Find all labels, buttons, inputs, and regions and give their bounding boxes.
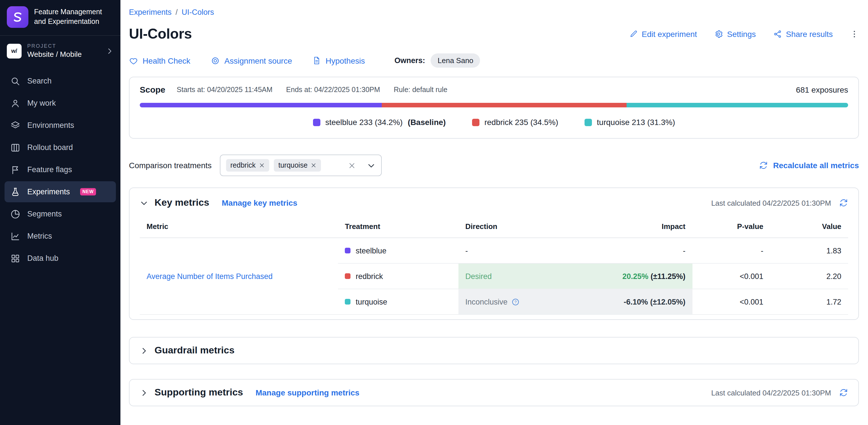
main-content: Experiments / UI-Colors UI-Colors Edit e… <box>120 0 868 425</box>
share-results-button[interactable]: Share results <box>773 29 833 38</box>
collapse-chevron-down-icon[interactable] <box>140 199 148 207</box>
sidebar-item-my-work[interactable]: My work <box>4 93 116 114</box>
last-calculated-text: Last calculated 04/22/2025 01:30PM <box>711 388 831 397</box>
sidebar: Feature Management and Experimentation w… <box>0 0 120 425</box>
col-treatment: Treatment <box>338 218 458 238</box>
breadcrumb: Experiments / UI-Colors <box>129 8 859 17</box>
manage-supporting-metrics-link[interactable]: Manage supporting metrics <box>256 388 360 397</box>
refresh-icon <box>839 388 848 397</box>
scope-starts: Starts at: 04/20/2025 11:45AM <box>177 86 272 93</box>
breadcrumb-current-link[interactable]: UI-Colors <box>182 8 214 17</box>
treatment-color-dot <box>345 248 350 253</box>
bar-segment-turquoise <box>626 103 848 108</box>
manage-key-metrics-link[interactable]: Manage key metrics <box>222 198 298 207</box>
chip-redbrick: redbrick <box>226 159 269 172</box>
assignment-source-link[interactable]: Assignment source <box>211 56 292 65</box>
sidebar-item-label: My work <box>27 99 56 108</box>
kanban-board-icon <box>10 142 21 153</box>
sidebar-item-metrics[interactable]: Metrics <box>4 225 116 247</box>
value-cell: 2.20 <box>770 263 848 289</box>
impact-cell: -6.10% (±12.05%) <box>600 289 692 314</box>
chevron-down-icon[interactable] <box>367 161 375 170</box>
share-icon <box>773 29 782 38</box>
baseline-label: (Baseline) <box>408 118 446 127</box>
sidebar-item-label: Data hub <box>27 254 59 263</box>
remove-chip-icon[interactable] <box>311 162 317 168</box>
app-window: Feature Management and Experimentation w… <box>0 0 868 425</box>
p-value-cell: - <box>692 238 770 263</box>
sidebar-item-segments[interactable]: Segments <box>4 204 116 224</box>
project-switcher[interactable]: w/ PROJECT Website / Mobile <box>0 36 120 66</box>
col-p-value: P-value <box>692 218 770 238</box>
treatment-color-dot <box>345 299 350 305</box>
sidebar-item-label: Environments <box>27 121 74 129</box>
impact-cell: - <box>600 238 692 263</box>
guardrail-metrics-card: Guardrail metrics <box>129 337 859 364</box>
segments-icon <box>10 209 21 219</box>
value-cell: 1.83 <box>770 238 848 263</box>
sidebar-item-label: Experiments <box>27 187 70 196</box>
key-metrics-card: Key metrics Manage key metrics Last calc… <box>129 187 859 320</box>
settings-button[interactable]: Settings <box>714 29 756 38</box>
table-header-row: Metric Treatment Direction Impact P-valu… <box>140 218 848 238</box>
sidebar-item-label: Rollout board <box>27 143 73 152</box>
scope-meta: Starts at: 04/20/2025 11:45AM Ends at: 0… <box>177 86 447 93</box>
layers-icon <box>10 120 21 130</box>
grid-icon <box>10 253 21 263</box>
sidebar-item-label: Search <box>27 77 52 85</box>
chevron-right-icon <box>106 47 114 55</box>
more-actions-button[interactable] <box>850 29 859 38</box>
remove-chip-icon[interactable] <box>259 162 265 168</box>
health-check-link[interactable]: Health Check <box>129 56 190 65</box>
edit-experiment-button[interactable]: Edit experiment <box>629 29 697 38</box>
refresh-icon <box>759 161 768 170</box>
recalculate-all-metrics-button[interactable]: Recalculate all metrics <box>759 161 859 170</box>
treatment-cell: steelblue <box>338 238 458 263</box>
clear-selection-icon[interactable] <box>348 162 355 169</box>
svg-text:?: ? <box>515 300 517 304</box>
sidebar-item-search[interactable]: Search <box>4 70 116 91</box>
metric-name-link[interactable]: Average Number of Items Purchased <box>147 272 273 280</box>
sidebar-item-label: Metrics <box>27 232 52 240</box>
hypothesis-link[interactable]: Hypothesis <box>312 56 365 65</box>
direction-cell: - <box>458 238 600 263</box>
search-icon <box>10 76 21 86</box>
table-row: Average Number of Items Purchased steelb… <box>140 238 848 263</box>
value-cell: 1.72 <box>770 289 848 314</box>
chip-turquoise: turquoise <box>274 159 321 172</box>
direction-cell: Desired <box>458 263 600 289</box>
refresh-supporting-metrics-button[interactable] <box>839 388 848 397</box>
sidebar-item-data-hub[interactable]: Data hub <box>4 248 116 269</box>
legend-item-steelblue: steelblue 233 (34.2%) (Baseline) <box>313 118 446 127</box>
refresh-key-metrics-button[interactable] <box>839 198 848 207</box>
target-icon <box>211 56 220 65</box>
col-metric: Metric <box>140 218 338 238</box>
legend-swatch <box>313 118 320 126</box>
expand-chevron-right-icon[interactable] <box>140 346 148 355</box>
key-metrics-title: Key metrics <box>155 197 209 209</box>
key-metrics-header: Key metrics Manage key metrics Last calc… <box>129 188 858 218</box>
comparison-treatments-select[interactable]: redbrick turquoise <box>220 155 381 176</box>
project-label: PROJECT <box>27 43 82 49</box>
sidebar-item-rollout-board[interactable]: Rollout board <box>4 137 116 158</box>
sidebar-item-label: Segments <box>27 210 62 218</box>
expand-chevron-right-icon[interactable] <box>140 388 148 397</box>
split-logo-icon <box>11 10 24 24</box>
health-check-icon <box>129 56 138 65</box>
guardrail-metrics-title: Guardrail metrics <box>155 345 235 356</box>
sidebar-item-environments[interactable]: Environments <box>4 115 116 136</box>
exposures-count: 681 exposures <box>796 85 848 94</box>
sidebar-item-feature-flags[interactable]: Feature flags <box>4 159 116 180</box>
breadcrumb-experiments-link[interactable]: Experiments <box>129 8 172 17</box>
refresh-icon <box>839 198 848 207</box>
legend-item-turquoise: turquoise 213 (31.3%) <box>584 118 675 127</box>
sidebar-item-experiments[interactable]: Experiments NEW <box>4 181 116 202</box>
bar-segment-steelblue <box>140 103 382 108</box>
flask-icon <box>10 187 21 197</box>
owners: Owners: Lena Sano <box>395 53 480 68</box>
col-value: Value <box>770 218 848 238</box>
supporting-metrics-card: Supporting metrics Manage supporting met… <box>129 379 859 406</box>
help-question-icon[interactable]: ? <box>512 298 520 306</box>
impact-cell: 20.25% (±11.25%) <box>600 263 692 289</box>
exposure-legend: steelblue 233 (34.2%) (Baseline) redbric… <box>140 118 848 127</box>
